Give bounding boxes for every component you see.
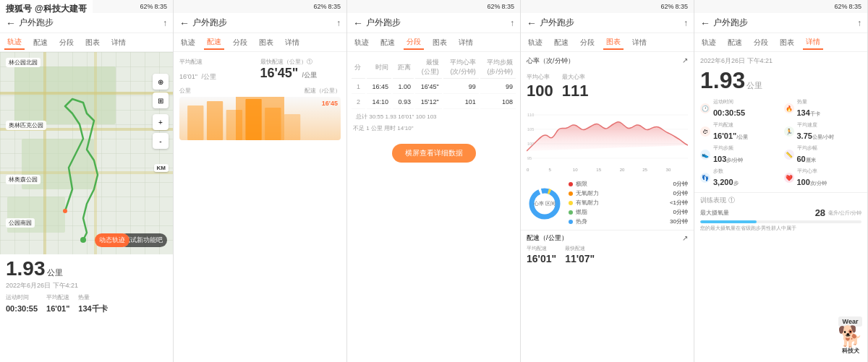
detail-val-steps: 3,200步: [713, 178, 739, 186]
pace-highlight-label: 16'45: [322, 100, 338, 107]
pb-max-label: 最快配速: [565, 245, 595, 252]
pace-bottom-label: 配速（/公里）: [527, 233, 568, 243]
tab-bar-4: 轨迹 配速 分段 图表 详情: [521, 33, 694, 52]
share-icon-3[interactable]: ↑: [510, 18, 514, 28]
max-pace-val: 16'45" /公里: [260, 66, 341, 81]
map-label-park3: 林奥森公园: [6, 175, 41, 184]
landscape-btn[interactable]: 横屏查看详细数据: [392, 144, 476, 163]
svg-rect-7: [284, 114, 300, 140]
back-btn-5[interactable]: ←: [700, 17, 710, 29]
dynamic-btn[interactable]: 动态轨迹: [95, 233, 129, 247]
tab-seg-2[interactable]: 分段: [230, 36, 250, 49]
zone-section: 心率 区间 极限 0分钟 无氧耐力 0分钟 有氧耐力 <1分钟: [521, 177, 694, 230]
tab-chart-3[interactable]: 图表: [430, 36, 450, 49]
perf-title: 训练表现 ①: [700, 196, 861, 205]
tab-detail-3[interactable]: 详情: [456, 36, 476, 49]
tab-bar-5: 轨迹 配速 分段 图表 详情: [694, 33, 867, 52]
location-btn[interactable]: ⊕: [153, 74, 169, 90]
pb-avg-label: 平均配速: [527, 245, 556, 252]
tab-pace-2[interactable]: 配速: [204, 35, 224, 50]
share-icon-5[interactable]: ↑: [857, 18, 861, 28]
hr-chart-svg: 0 5 10 15 20 25 30 110 105 100 95: [527, 100, 688, 173]
back-btn-1[interactable]: ←: [6, 17, 16, 29]
tab-chart-2[interactable]: 图表: [256, 36, 276, 49]
detail-label-time: 运动时间: [713, 98, 745, 105]
pace-expand-icon[interactable]: ↗: [682, 234, 688, 242]
back-btn-2[interactable]: ←: [179, 17, 190, 29]
tab-detail-1[interactable]: 详情: [109, 36, 129, 49]
map-label-park1: 林公园北园: [6, 58, 41, 67]
donut-label: 心率 区间: [527, 186, 563, 222]
tab-seg-1[interactable]: 分段: [56, 36, 77, 49]
zoom-btn[interactable]: +: [153, 114, 169, 130]
tab-chart-5[interactable]: 图表: [777, 36, 797, 49]
status-right-2: 62% 8:35: [313, 3, 341, 10]
pace-bar-chart: 16'45: [179, 97, 341, 140]
tab-track-5[interactable]: 轨迹: [699, 36, 719, 49]
km-badge: KM: [154, 164, 169, 172]
stride-icon: 📏: [784, 150, 794, 160]
pb-avg-val: 16'01": [527, 253, 556, 264]
share-icon-1[interactable]: ↑: [163, 18, 167, 28]
tab-chart-1[interactable]: 图表: [82, 36, 103, 49]
zone-name-5: 热身: [576, 217, 667, 225]
tab-bar-2: 轨迹 配速 分段 图表 详情: [174, 33, 346, 52]
detail-label-stride: 平均步幅: [797, 145, 817, 152]
zone-row-2: 无氧耐力 0分钟: [569, 189, 688, 197]
nav-title-4: 户外跑步: [540, 17, 681, 29]
tab-track-3[interactable]: 轨迹: [352, 36, 372, 49]
watermark-tag: @科技大建哥: [35, 3, 87, 15]
zone-dot-1: [569, 182, 573, 186]
share-icon-2[interactable]: ↑: [336, 18, 341, 28]
seg-content: 分 时间 距离 最慢(公里) 平均心率(次/分钟) 平均步频(步/分钟) 1 1…: [347, 52, 520, 362]
stat-pace-label-1: 平均配速: [46, 293, 69, 301]
status-bar-5: 62% 8:35: [694, 0, 867, 13]
perf-bar: [700, 220, 861, 223]
time-icon: 🕐: [700, 103, 710, 113]
tab-track-4[interactable]: 轨迹: [525, 36, 545, 49]
status-bar-4: 62% 8:35: [521, 0, 694, 13]
detail-val-stride: 60厘米: [797, 155, 816, 163]
nav-bar-4: ← 户外跑步 ↑: [521, 13, 694, 33]
detail-dist-num: 1.93: [700, 67, 745, 94]
tab-pace-4[interactable]: 配速: [551, 36, 571, 49]
share-icon-4[interactable]: ↑: [684, 18, 688, 28]
zoom-out-btn[interactable]: -: [153, 133, 169, 149]
nav-title-3: 户外跑步: [366, 17, 507, 29]
seg-num-1: 1: [352, 80, 365, 94]
stat-pace-1: 平均配速 16'01": [46, 293, 69, 314]
perf-desc: 您的最大摄氧量在省级跑步男性群人中属于: [700, 225, 861, 231]
tab-detail-5[interactable]: 详情: [803, 35, 823, 50]
perf-label: 最大摄氧量: [700, 209, 812, 217]
battery-5: 62%: [834, 3, 847, 10]
seg-slow-2: 15'12": [415, 95, 442, 109]
tab-detail-4[interactable]: 详情: [629, 36, 650, 49]
zone-row-1: 极限 0分钟: [569, 180, 688, 188]
tab-pace-3[interactable]: 配速: [378, 36, 398, 49]
tab-pace-5[interactable]: 配速: [725, 36, 745, 49]
seg-hr-1: 99: [443, 80, 479, 94]
seg-slow-1: 16'45": [415, 80, 442, 94]
tab-track-2[interactable]: 轨迹: [178, 36, 198, 49]
detail-item-speed: 🏃 平均速度 3.75公里/小时: [784, 121, 862, 142]
tab-chart-4[interactable]: 图表: [603, 35, 624, 50]
speed-icon: 🏃: [784, 126, 794, 137]
tab-seg-3[interactable]: 分段: [404, 35, 424, 50]
layers-btn[interactable]: ⊞: [153, 92, 169, 108]
status-right-3: 62% 8:35: [487, 3, 514, 10]
tab-detail-2[interactable]: 详情: [282, 36, 302, 49]
hr-expand-icon[interactable]: ↗: [682, 56, 688, 64]
back-btn-4[interactable]: ←: [527, 17, 537, 29]
seg-time-1: 16:45: [367, 80, 391, 94]
back-btn-3[interactable]: ←: [353, 17, 363, 29]
tab-seg-4[interactable]: 分段: [577, 36, 597, 49]
zone-row-5: 热身 30分钟: [569, 217, 688, 225]
zone-row-4: 燃脂 0分钟: [569, 208, 688, 216]
nav-title-1: 户外跑步: [19, 17, 160, 29]
zone-name-2: 无氧耐力: [576, 189, 671, 197]
chart-right-label: 配速（/公里）: [305, 87, 341, 95]
tab-pace-1[interactable]: 配速: [30, 36, 51, 49]
detail-val-cadence: 103步/分钟: [713, 155, 743, 163]
tab-track-1[interactable]: 轨迹: [4, 35, 25, 50]
tab-seg-5[interactable]: 分段: [751, 36, 771, 49]
